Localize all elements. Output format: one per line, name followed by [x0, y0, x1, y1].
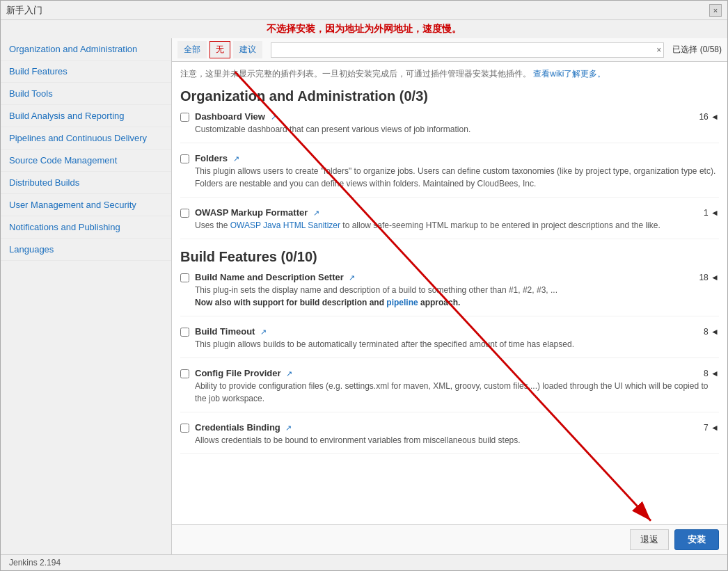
plugin-dashboard-view-desc: Customizable dashboard that can present …: [195, 123, 719, 136]
warning-message: 不选择安装，因为地址为外网地址，速度慢。: [267, 23, 461, 34]
plugin-build-timeout-name: Build Timeout: [195, 326, 255, 337]
sidebar-item-scm[interactable]: Source Code Management: [1, 150, 171, 172]
sidebar-item-user-mgmt[interactable]: User Management and Security: [1, 194, 171, 216]
selected-count: 已选择 (0/58): [672, 44, 722, 56]
owasp-sanitizer-link[interactable]: OWASP Java HTML Sanitizer: [230, 220, 340, 230]
plugin-owasp-desc: Uses the OWASP Java HTML Sanitizer to al…: [195, 219, 719, 232]
plugin-config-file-provider: Config File Provider ↗ 8 ◄ Ability to pr…: [180, 368, 719, 412]
tab-recommended[interactable]: 建议: [233, 41, 262, 58]
plugin-list: 注意，这里并未显示完整的插件列表。一旦初始安装完成后，可通过插件管理器安装其他插…: [172, 62, 727, 524]
notice-link[interactable]: 查看wiki了解更多。: [533, 69, 606, 79]
plugin-config-file-provider-rating: 8 ◄: [704, 369, 719, 378]
plugin-dashboard-view-name: Dashboard View: [195, 111, 265, 122]
plugin-build-name-setter-checkbox[interactable]: [180, 273, 189, 282]
sidebar: Organization and Administration Build Fe…: [1, 38, 172, 554]
sidebar-item-build-features[interactable]: Build Features: [1, 61, 171, 83]
plugin-folders-desc: This plugin allows users to create "fold…: [195, 165, 719, 190]
plugin-build-timeout-desc: This plugin allows builds to be automati…: [195, 338, 719, 351]
plugin-folders: Folders ↗ This plugin allows users to cr…: [180, 153, 719, 198]
plugin-credentials-binding-rating: 7 ◄: [704, 423, 719, 433]
window-title: 新手入门: [6, 4, 42, 17]
install-button[interactable]: 安装: [674, 529, 719, 550]
back-button[interactable]: 退返: [630, 529, 669, 550]
plugin-dashboard-view: Dashboard View ↗ 16 ◄ Customizable dashb…: [180, 111, 719, 143]
plugin-build-name-setter-desc: This plug-in sets the display name and d…: [195, 284, 719, 309]
notice-text: 注意，这里并未显示完整的插件列表。一旦初始安装完成后，可通过插件管理器安装其他插…: [180, 69, 531, 79]
sidebar-item-notifications[interactable]: Notifications and Publishing: [1, 216, 171, 239]
plugin-dashboard-view-checkbox[interactable]: [180, 113, 189, 122]
plugin-build-name-setter-link-icon[interactable]: ↗: [349, 273, 355, 282]
plugin-build-name-setter-rating: 18 ◄: [699, 273, 719, 282]
notice: 注意，这里并未显示完整的插件列表。一旦初始安装完成后，可通过插件管理器安装其他插…: [180, 67, 719, 80]
tab-all[interactable]: 全部: [177, 41, 207, 58]
plugin-owasp-link-icon[interactable]: ↗: [313, 209, 319, 217]
footer: Jenkins 2.194: [1, 554, 727, 570]
plugin-build-name-setter: Build Name and Description Setter ↗ 18 ◄…: [180, 272, 719, 316]
plugin-owasp-name: OWASP Markup Formatter: [195, 207, 308, 218]
plugin-build-timeout-checkbox[interactable]: [180, 328, 189, 337]
sidebar-item-languages[interactable]: Languages: [1, 239, 171, 261]
bottom-bar: 退返 安装: [172, 524, 727, 554]
plugin-owasp-checkbox[interactable]: [180, 209, 189, 218]
plugin-dashboard-view-rating: 16 ◄: [699, 112, 719, 122]
plugin-folders-link-icon[interactable]: ↗: [233, 154, 239, 163]
plugin-folders-name: Folders: [195, 153, 228, 163]
sidebar-item-build-tools[interactable]: Build Tools: [1, 83, 171, 105]
plugin-config-file-provider-name: Config File Provider: [195, 368, 281, 378]
plugin-build-timeout: Build Timeout ↗ 8 ◄ This plugin allows b…: [180, 326, 719, 358]
plugin-credentials-binding-name: Credentials Binding: [195, 422, 280, 433]
plugin-build-timeout-link-icon[interactable]: ↗: [260, 328, 267, 336]
plugin-folders-checkbox[interactable]: [180, 154, 189, 163]
tabs-bar: 全部 无 建议 × 已选择 (0/58): [172, 38, 727, 62]
plugin-credentials-binding-checkbox[interactable]: [180, 424, 189, 433]
category-build-features: Build Features (0/10): [180, 249, 719, 265]
tab-recommended-short[interactable]: 无: [209, 41, 230, 58]
sidebar-item-build-analysis[interactable]: Build Analysis and Reporting: [1, 105, 171, 127]
plugin-build-timeout-rating: 8 ◄: [704, 327, 719, 337]
sidebar-item-distributed[interactable]: Distributed Builds: [1, 172, 171, 194]
plugin-config-file-provider-desc: Ability to provide configuration files (…: [195, 380, 719, 405]
plugin-owasp-rating: 1 ◄: [704, 208, 719, 218]
plugin-credentials-binding-desc: Allows credentials to be bound to enviro…: [195, 434, 719, 447]
category-org-admin: Organization and Administration (0/3): [180, 88, 719, 104]
sidebar-item-pipelines[interactable]: Pipelines and Continuous Delivery: [1, 127, 171, 150]
plugin-credentials-binding: Credentials Binding ↗ 7 ◄ Allows credent…: [180, 422, 719, 454]
pipeline-link[interactable]: pipeline: [386, 298, 418, 307]
close-button[interactable]: ×: [709, 4, 722, 17]
search-input[interactable]: [271, 42, 664, 58]
search-clear-icon[interactable]: ×: [656, 45, 661, 55]
plugin-credentials-binding-link-icon[interactable]: ↗: [285, 424, 292, 432]
jenkins-version: Jenkins 2.194: [9, 558, 61, 568]
plugin-owasp: OWASP Markup Formatter ↗ 1 ◄ Uses the OW…: [180, 207, 719, 239]
plugin-dashboard-view-link-icon[interactable]: ↗: [271, 113, 277, 121]
sidebar-item-org[interactable]: Organization and Administration: [1, 38, 171, 61]
plugin-config-file-provider-link-icon[interactable]: ↗: [286, 369, 292, 378]
plugin-config-file-provider-checkbox[interactable]: [180, 369, 189, 378]
plugin-build-name-setter-name: Build Name and Description Setter: [195, 272, 344, 282]
